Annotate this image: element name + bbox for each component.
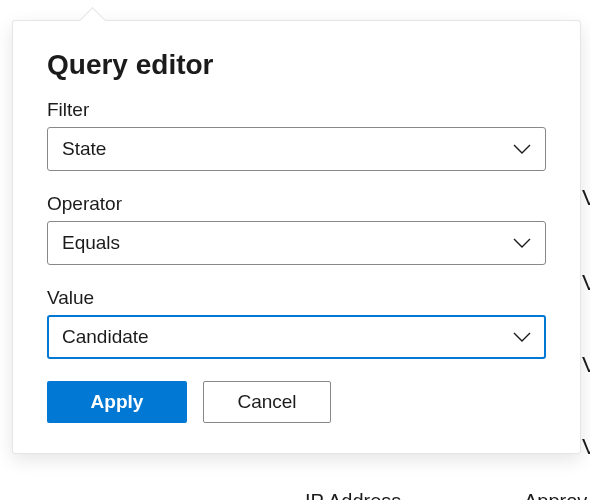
value-select-value: Candidate (62, 326, 149, 348)
value-label: Value (47, 287, 546, 309)
panel-title: Query editor (47, 49, 546, 81)
chevron-down-icon (513, 238, 531, 248)
apply-button[interactable]: Apply (47, 381, 187, 423)
cancel-button[interactable]: Cancel (203, 381, 331, 423)
operator-label: Operator (47, 193, 546, 215)
background-fragment: V (582, 352, 590, 378)
chevron-down-icon (513, 332, 531, 342)
button-row: Apply Cancel (47, 381, 546, 423)
value-select[interactable]: Candidate (47, 315, 546, 359)
background-fragment: V (582, 270, 590, 296)
background-fragment: V (582, 434, 590, 460)
background-column-approv: Approv (524, 490, 587, 500)
background-fragment: V (582, 185, 590, 211)
background-column-ip: IP Address (305, 490, 401, 500)
query-editor-panel: Query editor Filter State Operator Equal… (12, 20, 581, 454)
operator-select[interactable]: Equals (47, 221, 546, 265)
filter-field-group: Filter State (47, 99, 546, 171)
filter-label: Filter (47, 99, 546, 121)
operator-field-group: Operator Equals (47, 193, 546, 265)
operator-select-value: Equals (62, 232, 120, 254)
chevron-down-icon (513, 144, 531, 154)
filter-select[interactable]: State (47, 127, 546, 171)
value-field-group: Value Candidate (47, 287, 546, 359)
filter-select-value: State (62, 138, 106, 160)
